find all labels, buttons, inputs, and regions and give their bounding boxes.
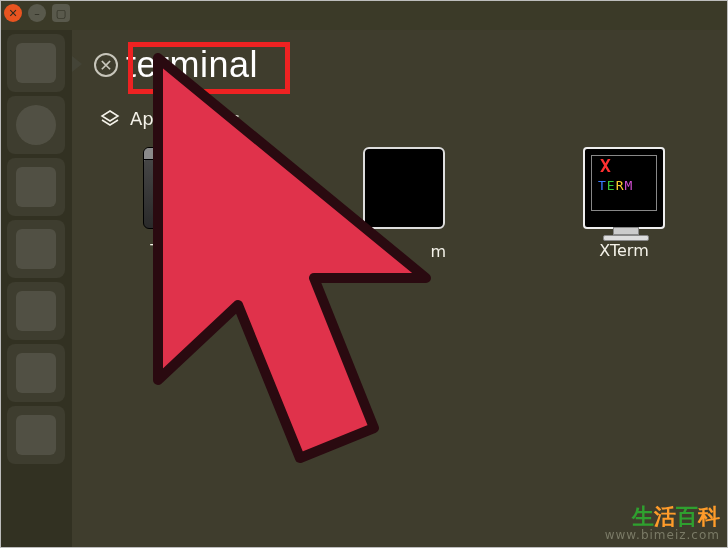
unity-dash: ✕ Applications >_ Terminal UX m: [72, 30, 728, 548]
result-label: XTerm: [599, 241, 648, 260]
close-icon: ✕: [99, 56, 112, 75]
watermark: 生活百科 www.bimeiz.com: [605, 505, 720, 542]
search-results: >_ Terminal UX m X TERM XTerm: [72, 129, 728, 261]
window-minimize-button[interactable]: –: [28, 4, 46, 22]
applications-category-icon: [100, 110, 120, 128]
result-uxterm[interactable]: UX m: [344, 147, 464, 261]
section-header-applications[interactable]: Applications: [72, 96, 728, 129]
search-input[interactable]: [126, 44, 710, 86]
terminal-icon: >_: [143, 147, 225, 229]
launcher-files[interactable]: [7, 34, 65, 92]
launcher-firefox[interactable]: [7, 96, 65, 154]
window-maximize-button[interactable]: ▢: [52, 4, 70, 22]
xterm-icon: X TERM: [583, 147, 665, 229]
result-xterm[interactable]: X TERM XTerm: [564, 147, 684, 261]
result-terminal[interactable]: >_ Terminal: [124, 147, 244, 261]
launcher-writer[interactable]: [7, 158, 65, 216]
result-label: Terminal: [150, 241, 218, 260]
window-close-button[interactable]: ✕: [4, 4, 22, 22]
launcher-software[interactable]: [7, 344, 65, 402]
uxterm-icon: [363, 147, 445, 229]
launcher-active-indicator-icon: [72, 56, 82, 72]
launcher-impress[interactable]: [7, 282, 65, 340]
launcher-amazon[interactable]: [7, 406, 65, 464]
result-label-suffix: m: [430, 242, 464, 261]
search-clear-button[interactable]: ✕: [94, 53, 118, 77]
unity-launcher: [0, 30, 72, 548]
section-title: Applications: [130, 108, 240, 129]
launcher-calc[interactable]: [7, 220, 65, 278]
